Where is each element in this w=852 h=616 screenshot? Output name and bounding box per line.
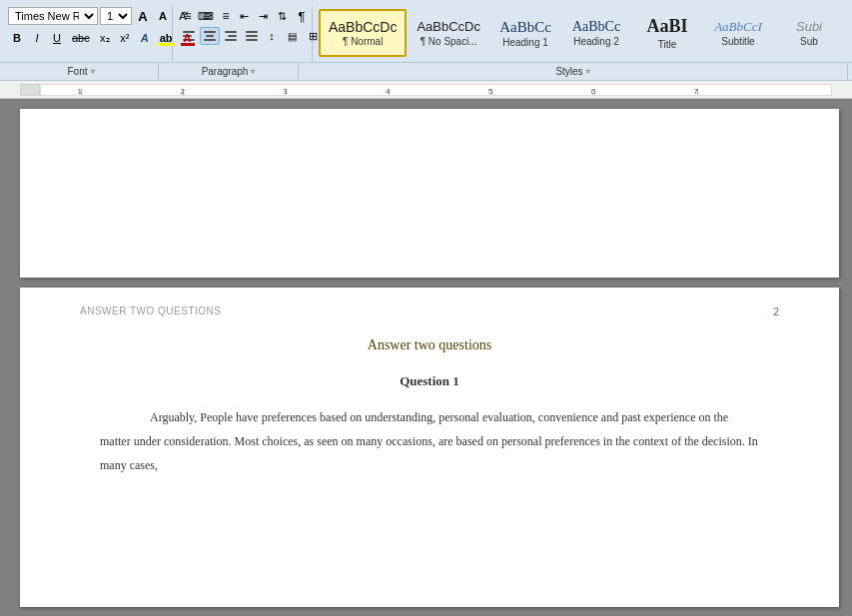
ribbon: Times New Roman 12 A A A✕ ⌨ B I U [0,0,852,81]
style-subtle-preview: Subi [796,19,822,35]
doc-heading: Question 1 [100,373,759,389]
style-normal-preview: AaBbCcDc [329,19,397,36]
bold-button[interactable]: B [8,29,26,47]
ribbon-top: Times New Roman 12 A A A✕ ⌨ B I U [0,0,852,62]
style-heading1[interactable]: AaBbCc Heading 1 [490,9,560,57]
style-heading1-label: Heading 1 [502,37,548,48]
styles-expand-icon: ▿ [586,67,590,76]
style-nospacing-preview: AaBbCcDc [417,19,480,35]
subscript-button[interactable]: x₂ [96,29,114,47]
style-heading1-preview: AaBbCc [499,18,551,36]
document-area[interactable]: ANSWER TWO QUESTIONS 2 Answer two questi… [0,99,852,616]
strikethrough-button[interactable]: abc [68,29,94,47]
font-shrink-button[interactable]: A [154,7,172,25]
style-subtitle[interactable]: AaBbCcI Subtitle [703,9,773,57]
styles-strip: AaBbCcDc ¶ Normal AaBbCcDc ¶ No Spaci...… [319,7,844,57]
font-color-button[interactable]: A [179,29,197,47]
style-heading2-label: Heading 2 [573,36,619,47]
decrease-indent-button[interactable]: ⇤ [236,7,254,25]
align-right-button[interactable] [221,27,241,45]
para-row1: ≡ ≡ ≡ ⇤ ⇥ ⇅ ¶ [179,7,311,25]
page-2: ANSWER TWO QUESTIONS 2 Answer two questi… [20,288,839,607]
page-1 [20,109,839,278]
style-nospacing-label: ¶ No Spaci... [421,36,477,47]
justify-button[interactable] [242,27,262,45]
text-highlight-button[interactable]: ab [156,29,177,47]
style-title-label: Title [658,39,677,50]
font-grow-button[interactable]: A [134,7,152,25]
style-heading2[interactable]: AaBbCc Heading 2 [561,9,631,57]
style-subtitle-preview: AaBbCcI [714,19,762,35]
page-header-text: ANSWER TWO QUESTIONS [80,306,222,316]
show-para-button[interactable]: ¶ [293,7,311,25]
doc-title: Answer two questions [100,337,759,353]
page-content[interactable]: Answer two questions Question 1 Arguably… [20,288,839,607]
style-subtle[interactable]: Subi Sub [774,9,844,57]
font-group: Times New Roman 12 A A A✕ ⌨ B I U [2,5,173,61]
paragraph-group-label[interactable]: Paragraph ▿ [159,64,299,80]
increase-indent-button[interactable]: ⇥ [255,7,273,25]
sort-button[interactable]: ⇅ [274,7,292,25]
style-nospacing[interactable]: AaBbCcDc ¶ No Spaci... [408,9,489,57]
page-number: 2 [773,306,779,317]
style-heading2-preview: AaBbCc [572,19,620,36]
style-title[interactable]: AaBI Title [632,9,702,57]
para-row2: ↕ ▤ ⊞ [179,27,323,45]
style-subtle-label: Sub [800,36,818,47]
font-row2: B I U abc x₂ x² A ab A [8,29,197,47]
underline-button[interactable]: U [48,29,66,47]
ribbon-bottom: Font ▿ Paragraph ▿ Styles ▿ [0,62,852,80]
multilevel-list-button[interactable]: ≡ [217,7,235,25]
doc-body[interactable]: Arguably, People have preferences based … [100,405,759,477]
ruler-inner: 1 2 3 4 5 6 7 [40,84,832,96]
line-spacing-button[interactable]: ↕ [263,27,281,45]
style-subtitle-label: Subtitle [721,36,754,47]
para-expand-icon: ▿ [251,67,255,76]
numbering-button[interactable]: ≡ [198,7,216,25]
font-group-label[interactable]: Font ▿ [4,64,159,80]
text-effects-button[interactable]: A [136,29,154,47]
ruler: 1 2 3 4 5 6 7 [0,81,852,99]
font-expand-icon: ▿ [91,67,95,76]
italic-button[interactable]: I [28,29,46,47]
align-center-button[interactable] [200,27,220,45]
styles-group-label[interactable]: Styles ▿ [299,64,848,80]
styles-group: AaBbCcDc ¶ Normal AaBbCcDc ¶ No Spaci...… [313,5,850,61]
shading-button[interactable]: ▤ [282,27,304,45]
style-normal-label: ¶ Normal [343,36,383,47]
font-size-select[interactable]: 12 [100,7,132,25]
group-label-bar: Font ▿ Paragraph ▿ Styles ▿ [4,64,848,80]
superscript-button[interactable]: x² [116,29,134,47]
font-name-select[interactable]: Times New Roman [8,7,98,25]
style-title-preview: AaBI [646,16,687,38]
style-normal[interactable]: AaBbCcDc ¶ Normal [319,9,407,57]
